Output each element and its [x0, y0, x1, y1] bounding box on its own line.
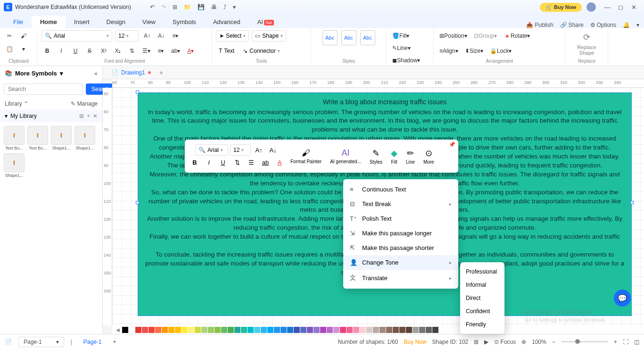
layers-icon[interactable]: ⊞ [474, 339, 479, 345]
color-swatch[interactable] [386, 327, 392, 333]
float-bullets-icon[interactable]: ☰ [245, 157, 257, 168]
float-incfont-icon[interactable]: A↑ [253, 144, 265, 156]
style-preset-1[interactable]: Abc [322, 30, 338, 45]
more-qaction-icon[interactable]: ▾ [233, 4, 236, 10]
open-icon[interactable]: 📁 [184, 4, 191, 10]
collapse-panel-icon[interactable]: « [94, 70, 98, 77]
color-swatch[interactable] [248, 327, 254, 333]
menu-view[interactable]: View [134, 16, 164, 28]
page-tab[interactable]: Page-1 [79, 339, 107, 345]
library-thumb[interactable]: 🧍Shape1... [74, 126, 95, 150]
user-avatar[interactable] [586, 2, 596, 12]
text-tool[interactable]: T Text [216, 45, 237, 57]
minimize-button[interactable]: — [601, 4, 614, 11]
float-more-button[interactable]: ⊙More [420, 146, 438, 166]
menu-advanced[interactable]: Advanced [205, 16, 249, 28]
color-swatch[interactable] [360, 327, 366, 333]
symbol-search-input[interactable] [4, 83, 83, 95]
menu-change-tone[interactable]: 👤Change Tone▸ [343, 255, 458, 270]
color-swatch[interactable] [182, 327, 188, 333]
menu-home[interactable]: Home [32, 16, 66, 28]
library-thumb[interactable]: 🧍Shape1... [4, 153, 25, 178]
position-button[interactable]: ⊞ Position▾ [438, 30, 469, 42]
color-swatch[interactable] [208, 327, 214, 333]
menu-symbols[interactable]: Symbols [164, 16, 205, 28]
resize-handle[interactable] [136, 201, 139, 204]
style-preset-3[interactable]: Abc [360, 30, 375, 45]
menu-ai[interactable]: AIhot [249, 16, 282, 28]
float-linespace-icon[interactable]: ⇅ [231, 157, 243, 168]
library-thumb[interactable]: 🧍Text Bo... [4, 126, 25, 150]
ai-generated-button[interactable]: AIAI generated... [326, 146, 365, 166]
color-swatch[interactable] [129, 327, 135, 333]
options-button[interactable]: ⚙ Options [590, 22, 616, 28]
menu-text-break[interactable]: ⊟Text Break▸ [343, 197, 458, 211]
close-section-icon[interactable]: ✕ [93, 113, 98, 119]
format-painter-button[interactable]: 🖌Format Painter [287, 146, 325, 166]
font-color-icon[interactable]: A▾ [185, 45, 196, 57]
tone-professional[interactable]: Professional [460, 265, 504, 278]
style-preset-2[interactable]: Abc [341, 30, 356, 45]
undo-icon[interactable]: ↶ [150, 4, 155, 10]
color-swatch[interactable] [221, 327, 227, 333]
tone-friendly[interactable]: Friendly [460, 318, 504, 331]
my-library-section[interactable]: ▾ My Library ⊞ + ✕ [0, 110, 102, 122]
color-swatch[interactable] [333, 327, 339, 333]
tone-informal[interactable]: Informal [460, 278, 504, 291]
connector-tool[interactable]: ↘ Connector▾ [240, 45, 282, 57]
float-font-combo[interactable]: 🔍Arial▾ [195, 144, 228, 156]
pages-icon[interactable]: 📄 [5, 339, 12, 345]
float-size-combo[interactable]: 12▾ [230, 144, 251, 156]
float-decfont-icon[interactable]: A↓ [267, 144, 279, 156]
color-swatch[interactable] [188, 327, 194, 333]
color-swatch[interactable] [380, 327, 386, 333]
zoom-in-button[interactable]: + [614, 339, 617, 345]
save-icon[interactable]: 💾 [198, 4, 205, 10]
color-swatch[interactable] [228, 327, 234, 333]
document-tab[interactable]: 📄 Drawing1 [107, 67, 156, 78]
color-swatch[interactable] [201, 327, 207, 333]
lock-button[interactable]: 🔒 Lock▾ [488, 45, 513, 57]
menu-design[interactable]: Design [98, 16, 134, 28]
close-button[interactable]: ✕ [627, 4, 640, 11]
color-swatch[interactable] [393, 327, 399, 333]
color-swatch[interactable] [287, 327, 293, 333]
float-underline-icon[interactable]: U [217, 157, 229, 168]
bullets-icon[interactable]: ☰▾ [140, 45, 152, 57]
color-swatch[interactable] [406, 327, 412, 333]
color-swatch[interactable] [135, 327, 141, 333]
resize-handle[interactable] [630, 201, 634, 204]
status-buy-now[interactable]: Buy Now [404, 339, 426, 345]
color-swatch[interactable] [347, 327, 353, 333]
color-swatch[interactable] [399, 327, 405, 333]
color-swatch[interactable] [294, 327, 300, 333]
color-swatch[interactable] [254, 327, 260, 333]
cut-icon[interactable]: ✂ [4, 30, 15, 42]
color-swatch[interactable] [274, 327, 280, 333]
color-swatch[interactable] [366, 327, 372, 333]
new-icon[interactable]: ⊞ [173, 4, 177, 10]
chat-assistant-icon[interactable]: 💬 [614, 290, 631, 307]
float-fontcolor-icon[interactable]: A [273, 157, 286, 168]
color-swatch[interactable] [175, 327, 181, 333]
library-thumb[interactable]: 🧍Shape1... [51, 126, 72, 150]
float-italic-icon[interactable]: I [203, 157, 215, 168]
share-button[interactable]: 🔗 Share [560, 22, 584, 28]
buy-now-button[interactable]: 🛒 Buy Now [540, 3, 582, 12]
increase-font-icon[interactable]: A↑ [141, 30, 153, 42]
color-swatch[interactable] [327, 327, 333, 333]
color-swatch[interactable] [419, 327, 425, 333]
menu-continuous-text[interactable]: ≡Continuous Text [343, 182, 458, 197]
group-button[interactable]: ⊡ Group▾ [472, 30, 499, 42]
bold-icon[interactable]: B [41, 45, 53, 57]
italic-icon[interactable]: I [56, 45, 67, 57]
float-bold-icon[interactable]: B [189, 157, 201, 168]
fill-button[interactable]: 🪣 Fill▾ [390, 30, 411, 42]
manage-link[interactable]: ✎ Manage [71, 100, 98, 107]
color-swatch[interactable] [149, 327, 155, 333]
color-swatch[interactable] [314, 327, 320, 333]
font-name-combo[interactable]: 🔍 Arial▾ [41, 30, 112, 42]
color-swatch[interactable] [195, 327, 201, 333]
resize-handle[interactable] [136, 91, 139, 94]
shadow-button[interactable]: ◼ Shadow▾ [390, 55, 422, 66]
